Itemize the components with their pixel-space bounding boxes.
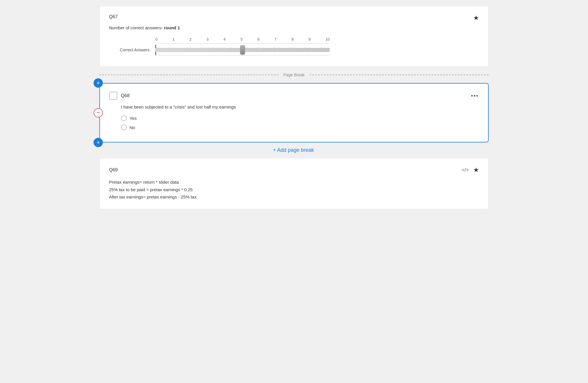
remove-button[interactable]: −: [94, 108, 103, 118]
q69-id: Q69: [109, 167, 118, 173]
q67-card: Q67 ★ Number of correct answers- round 1…: [99, 6, 489, 67]
page-break-label: Page Break: [279, 73, 309, 77]
axis-label-9: 9: [309, 37, 311, 41]
grid-cell-2: [173, 48, 191, 52]
q69-text: Pretax earnings= return * slider data 25…: [109, 178, 479, 201]
axis-labels: 0 1 2 3 4 5 6 7 8 9 10: [155, 37, 330, 41]
q69-line-1: Pretax earnings= return * slider data: [109, 178, 479, 186]
axis-label-10: 10: [325, 37, 329, 41]
page-break-section: Page Break: [99, 73, 489, 77]
q67-id: Q67: [109, 14, 118, 19]
q69-icons: </> ★: [462, 166, 479, 174]
q68-checkbox[interactable]: [109, 92, 117, 100]
grid-cell-7: [260, 48, 277, 52]
slider-thumb[interactable]: [240, 45, 245, 55]
slider-row: Correct Answers: [109, 45, 473, 55]
grid-cell-6: [243, 48, 260, 52]
more-menu-icon[interactable]: •••: [471, 93, 479, 99]
q68-label-yes: Yes: [130, 116, 137, 121]
axis-label-6: 6: [257, 37, 259, 41]
q68-radio-yes[interactable]: [121, 115, 127, 121]
grid-cell-9: [295, 48, 312, 52]
page-break-line-right: [309, 75, 489, 75]
add-page-break-button[interactable]: + Add page break: [99, 142, 489, 158]
grid-cell-10: [312, 48, 329, 52]
axis-label-5: 5: [241, 37, 243, 41]
q67-star-icon[interactable]: ★: [473, 14, 479, 22]
q69-star-icon[interactable]: ★: [473, 166, 479, 174]
q68-question-text: I have been subjected to a "crisis" and …: [121, 104, 479, 109]
q68-label-no: No: [130, 125, 135, 130]
q68-option-no[interactable]: No: [121, 124, 479, 130]
axis-label-4: 4: [223, 37, 225, 41]
q68-radio-options: Yes No: [121, 115, 479, 130]
add-below-button[interactable]: +: [94, 138, 103, 147]
q69-line-3: After tax earnings= pretax earnings - 25…: [109, 193, 479, 201]
q68-id: Q68: [121, 93, 471, 98]
axis-label-2: 2: [189, 37, 191, 41]
page-container: Q67 ★ Number of correct answers- round 1…: [99, 6, 489, 209]
q68-section: + − + Q68 ••• I have been subjected to a…: [99, 83, 489, 142]
q68-option-yes[interactable]: Yes: [121, 115, 479, 121]
slider-chart: 0 1 2 3 4 5 6 7 8 9 10 Correct Answers: [109, 37, 479, 58]
q67-subtitle: Number of correct answers- round 1: [109, 25, 479, 30]
code-icon[interactable]: </>: [462, 167, 469, 173]
q68-header-row: Q68 •••: [109, 92, 479, 100]
axis-label-3: 3: [207, 37, 209, 41]
slider-axis: 0 1 2 3 4 5 6 7 8 9 10: [155, 37, 473, 41]
slider-row-label: Correct Answers: [109, 48, 155, 52]
q68-radio-no[interactable]: [121, 124, 127, 130]
axis-label-1: 1: [173, 37, 175, 41]
q67-header: Q67 ★: [109, 14, 479, 22]
grid-cell-8: [277, 48, 295, 52]
grid-cell-4: [208, 48, 225, 52]
axis-label-8: 8: [291, 37, 293, 41]
add-above-button[interactable]: +: [94, 78, 103, 88]
page-break-line-left: [99, 75, 279, 75]
axis-label-7: 7: [275, 37, 277, 41]
grid-cell-5: [225, 48, 243, 52]
axis-label-0: 0: [155, 37, 157, 41]
grid-cell-1: [156, 48, 173, 52]
slider-track-container[interactable]: [155, 45, 330, 55]
add-page-break-label: + Add page break: [273, 147, 314, 153]
q69-header: Q69 </> ★: [109, 166, 479, 174]
grid-cell-3: [191, 48, 208, 52]
q68-card: Q68 ••• I have been subjected to a "cris…: [99, 83, 489, 142]
q69-line-2: 25% tax to be paid = pretax earnings * 0…: [109, 186, 479, 194]
q69-card: Q69 </> ★ Pretax earnings= return * slid…: [99, 158, 489, 209]
